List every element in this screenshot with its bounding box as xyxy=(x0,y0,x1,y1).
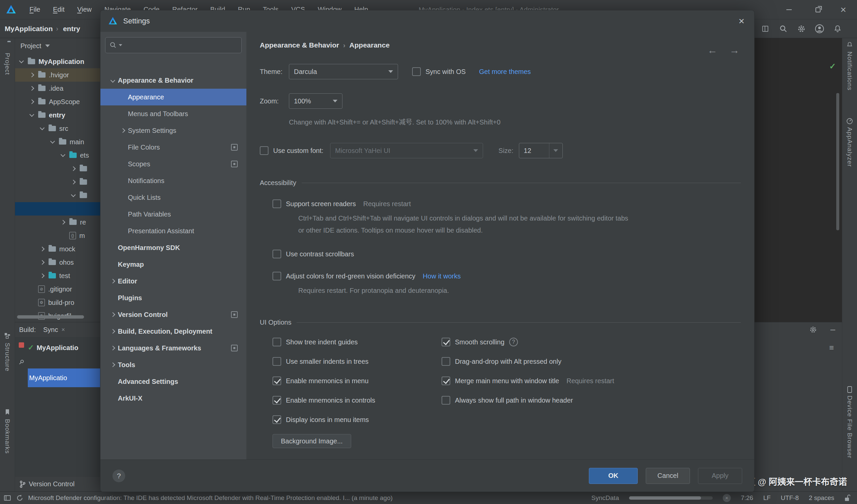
project-tree-row-mock[interactable]: mock xyxy=(15,242,100,256)
search-icon[interactable] xyxy=(779,24,788,33)
settings-tree-item-appearance-behavior[interactable]: Appearance & Behavior xyxy=(100,72,246,89)
settings-tree-item-languages-frameworks[interactable]: Languages & Frameworks xyxy=(100,340,246,356)
project-tree-row-re[interactable]: re xyxy=(15,216,100,229)
checkbox-drag-and-drop-with-alt-pressed-only[interactable] xyxy=(441,357,450,366)
font-select[interactable]: Microsoft YaHei UI xyxy=(330,143,483,158)
gear-icon[interactable] xyxy=(797,24,806,33)
settings-tree-item-openharmony-sdk[interactable]: OpenHarmony SDK xyxy=(100,239,246,256)
settings-search-input[interactable] xyxy=(105,37,242,53)
zoom-select[interactable]: 100% xyxy=(289,94,342,109)
chevron-down-icon[interactable] xyxy=(30,112,34,117)
link-how-it-works[interactable]: How it works xyxy=(423,272,460,280)
close-window-button[interactable]: × xyxy=(833,0,854,19)
hide-panel-icon[interactable]: – xyxy=(830,325,835,334)
project-tree-row-m[interactable]: {}m xyxy=(15,229,100,242)
checkbox-merge-main-menu-with-window-title[interactable] xyxy=(441,376,450,385)
chevron-right-icon[interactable] xyxy=(40,260,45,265)
project-tree-row-item[interactable] xyxy=(15,202,100,216)
build-tab-sync[interactable]: Sync × xyxy=(43,326,65,334)
project-tree-row-ets[interactable]: ets xyxy=(15,149,100,162)
project-tree-row-myapplication[interactable]: MyApplication xyxy=(15,55,100,68)
settings-tree-item-path-variables[interactable]: Path Variables xyxy=(100,206,246,222)
apply-button[interactable]: Apply xyxy=(698,468,742,484)
tool-strip-project[interactable]: Project xyxy=(4,53,11,75)
get-more-themes-link[interactable]: Get more themes xyxy=(479,68,531,75)
breadcrumb-module[interactable]: entry xyxy=(63,25,80,33)
chevron-down-icon[interactable] xyxy=(71,192,75,197)
project-tree-row-test[interactable]: test xyxy=(15,269,100,283)
cancel-button[interactable]: Cancel xyxy=(646,468,690,484)
avatar[interactable] xyxy=(815,24,824,33)
chevron-right-icon[interactable] xyxy=(71,180,75,184)
settings-tree-item-scopes[interactable]: Scopes xyxy=(100,156,246,172)
restore-button[interactable] xyxy=(807,0,828,19)
unlock-icon[interactable] xyxy=(844,494,850,502)
settings-tree-item-keymap[interactable]: Keymap xyxy=(100,256,246,273)
project-tree-row-appscope[interactable]: AppScope xyxy=(15,95,100,108)
settings-tree-item-quick-lists[interactable]: Quick Lists xyxy=(100,189,246,206)
font-size-combo[interactable]: 12 xyxy=(519,143,563,158)
settings-tree-item-build-execution-deployment[interactable]: Build, Execution, Deployment xyxy=(100,323,246,340)
sort-icon[interactable]: ≡ xyxy=(829,343,834,352)
chevron-right-icon[interactable] xyxy=(111,279,115,284)
close-dialog-button[interactable]: × xyxy=(734,14,750,29)
chevron-right-icon[interactable] xyxy=(111,363,115,367)
project-tree-row-item[interactable] xyxy=(15,162,100,175)
bookmarks-icon[interactable] xyxy=(5,409,10,416)
chevron-right-icon[interactable] xyxy=(30,73,34,77)
project-tree-row-main[interactable]: main xyxy=(15,135,100,149)
checkbox-enable-mnemonics-in-controls[interactable] xyxy=(272,396,281,405)
checkbox-show-tree-indent-guides[interactable] xyxy=(272,338,281,347)
tool-strip-notifications[interactable]: Notifications xyxy=(846,52,853,91)
checkbox-use-smaller-indents-in-trees[interactable] xyxy=(272,357,281,366)
settings-tree-item-system-settings[interactable]: System Settings xyxy=(100,122,246,139)
version-control-button[interactable]: Version Control xyxy=(19,480,75,488)
settings-tree-item-editor[interactable]: Editor xyxy=(100,273,246,289)
bell-icon[interactable] xyxy=(846,41,853,50)
chevron-down-icon[interactable] xyxy=(111,78,115,83)
encoding-widget[interactable]: UTF-8 xyxy=(781,494,799,502)
menu-file[interactable]: File xyxy=(26,4,44,15)
horizontal-scrollbar[interactable] xyxy=(17,315,84,319)
project-tree-row-build-pro[interactable]: ⚙build-pro xyxy=(15,296,100,309)
settings-tree-item-advanced-settings[interactable]: Advanced Settings xyxy=(100,373,246,390)
chevron-down-icon[interactable] xyxy=(61,152,65,157)
indent-widget[interactable]: 2 spaces xyxy=(809,494,834,502)
chevron-right-icon[interactable] xyxy=(120,128,125,133)
project-tree-row-ohos[interactable]: ohos xyxy=(15,256,100,269)
menu-edit[interactable]: Edit xyxy=(49,4,68,15)
layout-icon[interactable] xyxy=(760,24,770,33)
close-tab-icon[interactable]: × xyxy=(62,326,65,333)
structure-icon[interactable] xyxy=(4,333,11,340)
settings-tree-item-tools[interactable]: Tools xyxy=(100,356,246,373)
settings-tree-item-appearance[interactable]: Appearance xyxy=(100,89,246,105)
background-image-button[interactable]: Background Image... xyxy=(272,434,351,448)
cancel-task-icon[interactable]: × xyxy=(723,494,731,502)
checkbox-enable-mnemonics-in-menu[interactable] xyxy=(272,376,281,385)
project-panel-header[interactable]: Project xyxy=(15,38,100,53)
minimize-button[interactable] xyxy=(779,0,800,19)
stop-build-icon[interactable] xyxy=(19,342,24,348)
project-tree-row-hvigor[interactable]: .hvigor xyxy=(15,68,100,82)
settings-tree-item-arkui-x[interactable]: ArkUI-X xyxy=(100,390,246,407)
chevron-down-icon[interactable] xyxy=(50,139,55,144)
line-separator-widget[interactable]: LF xyxy=(763,494,771,502)
project-tree-row-src[interactable]: src xyxy=(15,122,100,135)
tool-strip-app-analyzer[interactable]: AppAnalyzer xyxy=(846,127,853,167)
ok-button[interactable]: OK xyxy=(589,468,638,484)
sync-with-os-checkbox[interactable] xyxy=(412,67,421,76)
checkbox-adjust-colors-for-red-green-vision-deficiency[interactable] xyxy=(272,272,281,281)
settings-tree-item-version-control[interactable]: Version Control xyxy=(100,306,246,323)
device-icon[interactable] xyxy=(847,386,852,394)
checkbox-use-contrast-scrollbars[interactable] xyxy=(272,250,281,258)
project-tree-row-entry[interactable]: entry xyxy=(15,108,100,122)
settings-tree-item-notifications[interactable]: Notifications xyxy=(100,172,246,189)
menu-view[interactable]: View xyxy=(73,4,96,15)
chevron-right-icon[interactable] xyxy=(40,247,45,251)
gauge-icon[interactable] xyxy=(846,118,853,126)
tool-strip-bookmarks[interactable]: Bookmarks xyxy=(4,419,11,454)
settings-breadcrumb-root[interactable]: Appearance & Behavior xyxy=(260,41,339,49)
tool-strip-structure[interactable]: Structure xyxy=(4,343,11,371)
gear-icon[interactable] xyxy=(809,325,817,334)
chevron-down-icon[interactable] xyxy=(40,125,45,130)
